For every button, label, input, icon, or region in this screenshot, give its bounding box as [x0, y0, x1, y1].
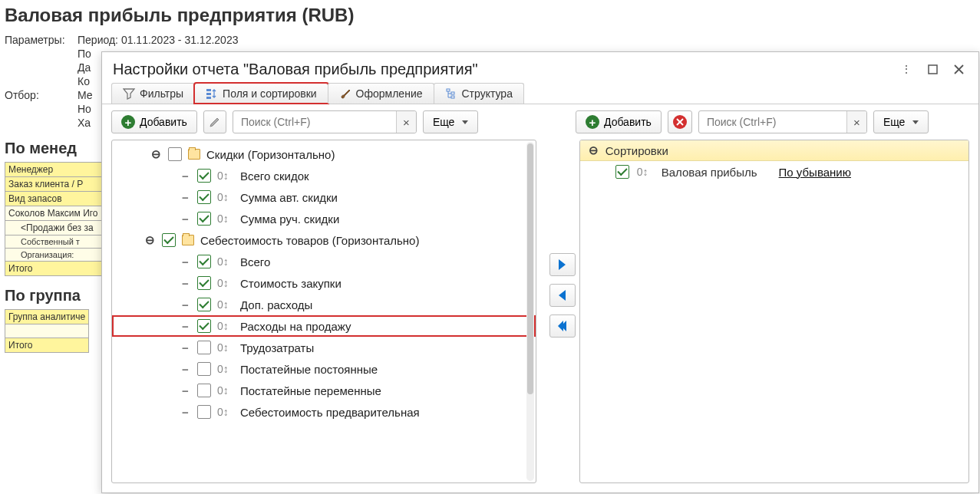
checkbox[interactable]	[168, 147, 182, 161]
params-period: Период: 01.11.2023 - 31.12.2023	[78, 34, 238, 46]
sort-header-label: Сортировки	[605, 144, 668, 157]
move-all-left-button[interactable]	[549, 315, 576, 338]
tree-item[interactable]: −0↕Всего	[112, 251, 536, 272]
tree-item[interactable]: −0↕Всего скидок	[112, 165, 536, 186]
tab-filters-label: Фильтры	[140, 87, 183, 100]
scrollbar-thumb[interactable]	[527, 143, 533, 394]
pencil-icon	[209, 116, 221, 128]
checkbox[interactable]	[197, 319, 211, 333]
tree-item-selected[interactable]: −0↕Расходы на продажу	[112, 315, 536, 337]
more-right-button[interactable]: Еще	[873, 110, 929, 133]
sort-item[interactable]: 0↕ Валовая прибыль По убыванию	[580, 161, 968, 183]
close-icon[interactable]	[948, 60, 969, 78]
bg-line: Ме	[78, 89, 93, 101]
tree-item[interactable]: −0↕Доп. расходы	[112, 294, 536, 315]
checkbox[interactable]	[197, 384, 211, 397]
checkbox[interactable]	[197, 276, 211, 290]
bg-line: Да	[78, 61, 91, 74]
item-label: Себестоимость предварительная	[240, 406, 420, 419]
collapse-icon[interactable]: ⊖	[144, 233, 156, 247]
sort-indicator-icon: 0↕	[217, 320, 234, 332]
tab-filters[interactable]: Фильтры	[111, 83, 195, 104]
checkbox[interactable]	[197, 298, 211, 311]
arrow-left-icon	[561, 321, 566, 331]
move-left-button[interactable]	[549, 284, 576, 307]
svg-rect-5	[206, 97, 211, 99]
sort-indicator-icon: 0↕	[217, 212, 234, 225]
tabs: Фильтры Поля и сортировки Оформление Стр…	[102, 83, 978, 104]
clear-search-icon[interactable]: ×	[396, 111, 416, 133]
delete-sort-button[interactable]	[668, 110, 692, 133]
sort-indicator-icon: 0↕	[217, 191, 234, 203]
tab-structure[interactable]: Структура	[434, 83, 524, 104]
item-label: Трудозатраты	[240, 341, 314, 354]
checkbox[interactable]	[197, 362, 211, 376]
bg-line: По	[78, 48, 91, 60]
tab-design[interactable]: Оформление	[328, 83, 434, 104]
sort-indicator-icon: 0↕	[217, 255, 234, 268]
arrow-left-icon	[559, 290, 566, 301]
svg-rect-8	[451, 96, 454, 98]
edit-button[interactable]	[203, 110, 226, 133]
funnel-icon	[123, 87, 135, 100]
checkbox[interactable]	[197, 341, 211, 354]
structure-icon	[445, 87, 457, 100]
sort-item-label: Валовая прибыль	[662, 166, 757, 179]
sort-indicator-icon: 0↕	[217, 406, 234, 418]
tree-group[interactable]: ⊖ Себестоимость товаров (Горизонтально)	[112, 229, 536, 251]
item-label: Постатейные постоянные	[240, 363, 378, 376]
checkbox[interactable]	[197, 405, 211, 419]
collapse-icon[interactable]: ⊖	[588, 143, 599, 157]
tree-item[interactable]: −0↕Трудозатраты	[112, 337, 536, 358]
plus-icon: +	[121, 115, 135, 129]
sort-header[interactable]: ⊖ Сортировки	[580, 140, 968, 161]
fields-panel: ⊖ Скидки (Горизонтально) −0↕Всего скидок…	[111, 140, 536, 483]
more-left-button[interactable]: Еще	[423, 110, 479, 133]
sort-direction[interactable]: По убыванию	[779, 166, 851, 179]
tab-design-label: Оформление	[356, 87, 423, 100]
tab-fields-label: Поля и сортировки	[223, 87, 317, 100]
tree-item[interactable]: −0↕Сумма авт. скидки	[112, 186, 536, 208]
folder-icon	[182, 235, 194, 245]
more-label: Еще	[433, 116, 455, 128]
brush-icon	[339, 87, 351, 100]
move-buttons	[546, 140, 579, 483]
sort-indicator-icon: 0↕	[637, 166, 654, 178]
checkbox[interactable]	[197, 190, 211, 204]
sort-indicator-icon: 0↕	[217, 170, 234, 182]
item-label: Расходы на продажу	[240, 320, 351, 333]
checkbox[interactable]	[197, 212, 211, 226]
clear-search-icon[interactable]: ×	[846, 111, 866, 133]
checkbox[interactable]	[615, 165, 629, 179]
maximize-icon[interactable]	[922, 60, 943, 78]
search-sort-input[interactable]	[698, 110, 867, 133]
folder-icon	[188, 149, 200, 160]
scrollbar[interactable]	[526, 142, 534, 481]
tab-fields-sort[interactable]: Поля и сортировки	[194, 83, 328, 104]
sort-indicator-icon: 0↕	[217, 384, 234, 397]
tree-item[interactable]: −0↕Стоимость закупки	[112, 272, 536, 294]
add-field-button[interactable]: + Добавить	[111, 110, 197, 133]
report-title: Валовая прибыль предприятия (RUB)	[5, 5, 980, 26]
tree-item[interactable]: −0↕Сумма руч. скидки	[112, 208, 536, 229]
plus-icon: +	[586, 115, 599, 129]
collapse-icon[interactable]: ⊖	[150, 147, 162, 161]
item-label: Всего скидок	[240, 170, 309, 183]
svg-rect-6	[447, 89, 450, 91]
add-sort-button[interactable]: + Добавить	[576, 110, 662, 133]
tree-item[interactable]: −0↕Постатейные переменные	[112, 380, 536, 401]
checkbox[interactable]	[197, 169, 211, 183]
bg-line: Но	[78, 103, 91, 115]
add-label: Добавить	[604, 116, 652, 128]
search-fields-input[interactable]	[233, 110, 417, 133]
chevron-down-icon	[462, 120, 468, 124]
kebab-menu-icon[interactable]: ⋮	[896, 60, 917, 78]
bg-table-1: Менеджер Заказ клиента / Р Вид запасов С…	[5, 162, 102, 276]
item-label: Сумма авт. скидки	[240, 191, 338, 204]
checkbox[interactable]	[197, 255, 211, 268]
move-right-button[interactable]	[549, 253, 576, 276]
tree-group[interactable]: ⊖ Скидки (Горизонтально)	[112, 143, 536, 165]
tree-item[interactable]: −0↕Постатейные постоянные	[112, 358, 536, 380]
tree-item[interactable]: −0↕Себестоимость предварительная	[112, 401, 536, 423]
checkbox[interactable]	[162, 233, 176, 247]
